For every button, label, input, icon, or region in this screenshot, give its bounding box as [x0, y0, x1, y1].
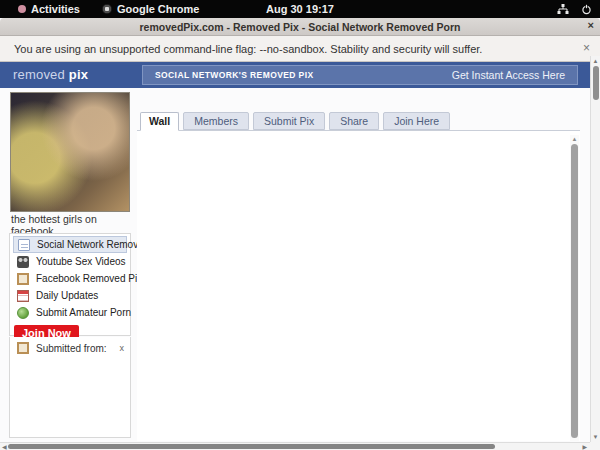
scroll-right-icon[interactable]: ▶	[582, 443, 587, 450]
tab-strip: Wall Members Submit Pix Share Join Here	[137, 114, 580, 131]
scroll-up-icon[interactable]: ▲	[591, 58, 600, 64]
window-title: removedPix.com - Removed Pix - Social Ne…	[140, 21, 461, 33]
video-camera-icon	[17, 256, 29, 268]
calendar-icon	[17, 290, 29, 302]
active-app-menu[interactable]: Google Chrome	[94, 0, 208, 18]
site-logo[interactable]: removed pix	[13, 67, 88, 82]
app-label: Google Chrome	[117, 3, 200, 15]
screen: Activities Google Chrome Aug 30 19:17	[0, 0, 600, 450]
submitted-from-label: Submitted from:	[36, 343, 107, 354]
recording-indicator-icon	[18, 5, 26, 13]
sidebar-item-social-network-removed-porn[interactable]: Social Network Removed Porn	[13, 236, 127, 253]
tab-submit-pix[interactable]: Submit Pix	[253, 112, 325, 130]
activities-label: Activities	[31, 3, 80, 15]
window-title-bar: removedPix.com - Removed Pix - Social Ne…	[0, 18, 600, 36]
sidebar-item-youtube-sex-videos[interactable]: Youtube Sex Videos	[13, 253, 127, 270]
scroll-down-icon[interactable]: ▼	[591, 434, 600, 440]
banner-text: SOCIAL NETWORK'S REMOVED PIX	[143, 70, 314, 80]
tab-join-here[interactable]: Join Here	[383, 112, 450, 130]
photo-frame-icon	[17, 273, 29, 285]
scrollbar-corner	[590, 442, 600, 450]
window-close-button[interactable]: ×	[588, 19, 594, 31]
profile-photo-placeholder[interactable]	[10, 92, 130, 212]
photo-frame-icon	[17, 342, 29, 354]
tab-share[interactable]: Share	[329, 112, 379, 130]
horizontal-scrollbar-thumb[interactable]	[8, 444, 495, 449]
network-icon[interactable]	[557, 4, 569, 15]
page-horizontal-scrollbar[interactable]: ◀ ▶	[0, 442, 590, 450]
sidebar-item-daily-updates[interactable]: Daily Updates	[13, 287, 127, 304]
header-banner: SOCIAL NETWORK'S REMOVED PIX Get Instant…	[142, 65, 578, 85]
panel-close-icon[interactable]: x	[120, 343, 127, 353]
sandbox-warning-text: You are using an unsupported command-lin…	[0, 43, 482, 55]
content-scrollbar-thumb[interactable]	[571, 144, 578, 438]
sidebar-item-facebook-removed-pics[interactable]: Facebook Removed Pics	[13, 270, 127, 287]
sidebar-menu: Social Network Removed Porn Youtube Sex …	[9, 233, 131, 336]
scroll-left-icon[interactable]: ◀	[2, 443, 7, 450]
vertical-scrollbar-thumb[interactable]	[593, 66, 599, 100]
scroll-up-icon[interactable]: ▲	[570, 135, 579, 143]
submitted-from-panel: Submitted from: x	[9, 337, 131, 438]
power-icon[interactable]	[581, 4, 592, 15]
sandbox-warning-bar: You are using an unsupported command-lin…	[0, 36, 600, 62]
notes-icon	[18, 239, 30, 251]
warning-close-button[interactable]: ×	[583, 41, 590, 55]
activities-button[interactable]: Activities	[10, 0, 88, 18]
content-scrollbar[interactable]: ▲	[570, 135, 579, 441]
wall-content-area	[137, 131, 580, 441]
chrome-icon	[102, 4, 112, 14]
page-vertical-scrollbar[interactable]: ▲ ▼	[590, 56, 600, 442]
get-access-link[interactable]: Get Instant Access Here	[452, 69, 577, 81]
tab-wall[interactable]: Wall	[140, 112, 179, 131]
sidebar-item-submit-amateur-porn[interactable]: Submit Amateur Porn	[13, 304, 127, 321]
site-header: removed pix SOCIAL NETWORK'S REMOVED PIX…	[0, 62, 590, 88]
desktop-top-bar: Activities Google Chrome Aug 30 19:17	[0, 0, 600, 18]
camera-icon	[17, 307, 29, 319]
tab-members[interactable]: Members	[183, 112, 249, 130]
